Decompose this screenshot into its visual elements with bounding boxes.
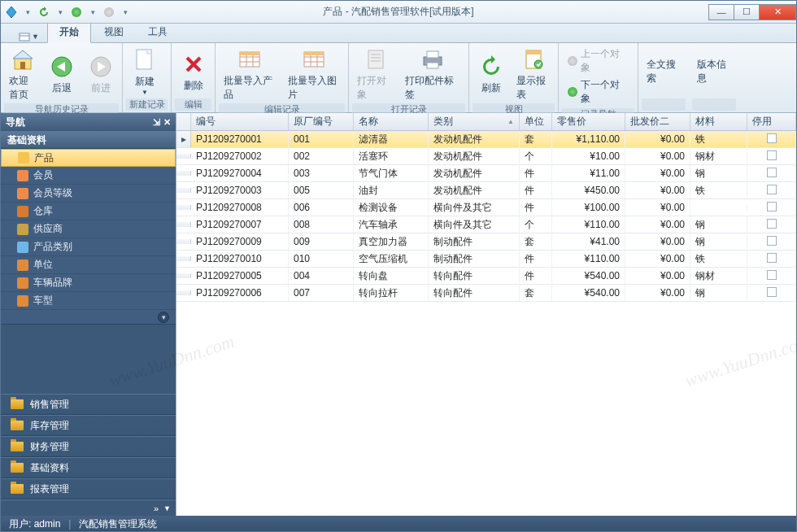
grid-import-icon <box>237 46 263 72</box>
checkbox-icon[interactable] <box>767 168 777 177</box>
table-row[interactable]: PJ1209270010010空气压缩机制动配件件¥110.00¥0.00铁 <box>176 251 796 268</box>
tree-header[interactable]: 基础资料 <box>1 131 176 149</box>
tree-item-6[interactable]: 单位 <box>1 256 176 274</box>
new-button[interactable]: 新建▼ <box>126 46 163 98</box>
forward-button[interactable]: 前进 <box>82 52 120 97</box>
nav-cat-4[interactable]: 报表管理 <box>1 478 176 499</box>
cell-material: 钢材 <box>690 147 747 166</box>
refresh-qat-icon[interactable] <box>37 5 51 20</box>
tree-item-icon <box>17 277 28 289</box>
cell-wholesale2: ¥0.00 <box>625 268 690 284</box>
col-material[interactable]: 材料 <box>690 113 747 130</box>
nav-cat-3[interactable]: 基础资料 <box>1 457 176 478</box>
tree-item-icon <box>17 242 28 253</box>
checkbox-icon[interactable] <box>767 133 777 143</box>
tree-item-1[interactable]: 会员 <box>1 167 176 185</box>
checkbox-icon[interactable] <box>767 253 777 263</box>
pin-icon[interactable]: ⇲ <box>153 117 160 128</box>
checkbox-icon[interactable] <box>767 185 777 194</box>
col-code[interactable]: 编号 <box>191 113 289 130</box>
nav-cat-1[interactable]: 库存管理 <box>1 415 176 436</box>
import-image-button[interactable]: 批量导入图片 <box>283 45 346 103</box>
cell-disabled[interactable] <box>747 148 796 165</box>
cell-disabled[interactable] <box>747 233 796 251</box>
table-row[interactable]: PJ1209270005004转向盘转向配件件¥540.00¥0.00钢材 <box>176 268 796 285</box>
cell-disabled[interactable] <box>747 268 796 285</box>
checkbox-icon[interactable] <box>767 202 777 211</box>
checkbox-icon[interactable] <box>767 287 777 297</box>
table-row[interactable]: ▸PJ1209270001001滤清器发动机配件套¥1,110.00¥0.00铁 <box>176 131 796 148</box>
cell-unit: 件 <box>520 181 552 200</box>
col-unit[interactable]: 单位 <box>520 113 552 130</box>
printer-icon <box>420 46 446 72</box>
tab-start[interactable]: 开始 <box>47 21 91 43</box>
back-button[interactable]: 后退 <box>43 52 81 97</box>
col-wholesale2[interactable]: 批发价二 <box>625 113 690 130</box>
prev-object-button[interactable]: 上一个对象 <box>565 46 631 76</box>
version-info-button[interactable]: 版本信息 <box>692 56 736 87</box>
open-object-button[interactable]: 打开对象 <box>352 45 398 103</box>
cell-disabled[interactable] <box>747 182 796 199</box>
minimize-button[interactable]: — <box>708 4 734 20</box>
col-disabled[interactable]: 停用 <box>747 113 796 130</box>
tree-scroll-down[interactable]: ▾ <box>1 310 176 325</box>
fulltext-search-button[interactable]: 全文搜索 <box>642 56 686 87</box>
col-name[interactable]: 名称 <box>354 113 429 130</box>
delete-button[interactable]: 删除 <box>175 50 212 94</box>
cell-disabled[interactable] <box>747 165 796 182</box>
report-button[interactable]: 显示报表 <box>512 45 555 103</box>
checkbox-icon[interactable] <box>767 236 777 246</box>
tree-item-7[interactable]: 车辆品牌 <box>1 274 176 292</box>
tree-item-2[interactable]: 会员等级 <box>1 185 176 203</box>
checkbox-icon[interactable] <box>767 219 777 229</box>
nav-close-icon[interactable]: ✕ <box>163 117 171 128</box>
tree-item-icon <box>17 259 28 271</box>
col-factorycode[interactable]: 原厂编号 <box>289 113 354 130</box>
close-button[interactable]: ✕ <box>759 4 796 20</box>
cell-disabled[interactable] <box>747 216 796 233</box>
col-category[interactable]: 类别 <box>429 113 520 130</box>
tree-item-5[interactable]: 产品类别 <box>1 238 176 256</box>
cell-disabled[interactable] <box>747 131 796 148</box>
tree-item-4[interactable]: 供应商 <box>1 220 176 238</box>
tree-item-3[interactable]: 仓库 <box>1 203 176 220</box>
table-row[interactable]: PJ1209270004003节气门体发动机配件件¥11.00¥0.00钢 <box>176 165 796 182</box>
fwd-qat-icon[interactable] <box>102 5 116 20</box>
cell-retail: ¥540.00 <box>552 285 625 301</box>
col-retail[interactable]: 零售价 <box>552 113 625 130</box>
table-row[interactable]: PJ1209270003005油封发动机配件件¥450.00¥0.00铁 <box>176 182 796 199</box>
table-row[interactable]: PJ1209270008006检测设备横向件及其它件¥100.00¥0.00 <box>176 199 796 216</box>
nav-expand-button[interactable]: »▼ <box>1 499 176 516</box>
table-row[interactable]: PJ1209270009009真空加力器制动配件套¥41.00¥0.00钢 <box>176 233 796 251</box>
nav-cat-0[interactable]: 销售管理 <box>1 394 176 415</box>
checkbox-icon[interactable] <box>767 270 777 280</box>
cell-name: 空气压缩机 <box>354 250 429 268</box>
table-row[interactable]: PJ1209270007008汽车轴承横向件及其它个¥110.00¥0.00钢 <box>176 216 796 233</box>
row-indicator <box>176 171 191 176</box>
grid-body[interactable]: ▸PJ1209270001001滤清器发动机配件套¥1,110.00¥0.00铁… <box>176 131 796 516</box>
back-qat-icon[interactable] <box>69 5 84 20</box>
checkbox-icon[interactable] <box>767 150 777 160</box>
qat-end-icon[interactable]: ▾ <box>118 5 133 20</box>
tab-tools[interactable]: 工具 <box>137 22 179 42</box>
tree-item-8[interactable]: 车型 <box>1 292 176 310</box>
print-label-button[interactable]: 打印配件标签 <box>400 45 465 103</box>
table-row[interactable]: PJ1209270002002活塞环发动机配件个¥10.00¥0.00钢材 <box>176 148 796 165</box>
next-object-button[interactable]: 下一个对象 <box>565 77 631 107</box>
nav-cat-2[interactable]: 财务管理 <box>1 436 176 457</box>
qat-dropdown-icon[interactable]: ▾ <box>20 5 35 20</box>
import-product-button[interactable]: 批量导入产品 <box>219 45 281 103</box>
refresh-button[interactable]: 刷新 <box>473 52 510 97</box>
tab-view[interactable]: 视图 <box>93 22 135 42</box>
cell-disabled[interactable] <box>747 199 796 216</box>
file-menu[interactable]: ▼ <box>12 31 46 42</box>
welcome-button[interactable]: 欢迎首页 <box>4 45 41 103</box>
cell-disabled[interactable] <box>747 251 796 268</box>
tree-item-0[interactable]: 产品 <box>1 149 176 167</box>
forward-icon <box>88 54 114 80</box>
cell-retail: ¥540.00 <box>552 268 625 284</box>
cell-disabled[interactable] <box>747 285 796 302</box>
table-row[interactable]: PJ1209270006007转向拉杆转向配件套¥540.00¥0.00钢 <box>176 285 796 302</box>
maximize-button[interactable]: ☐ <box>734 4 760 20</box>
cell-factory: 008 <box>289 216 354 233</box>
